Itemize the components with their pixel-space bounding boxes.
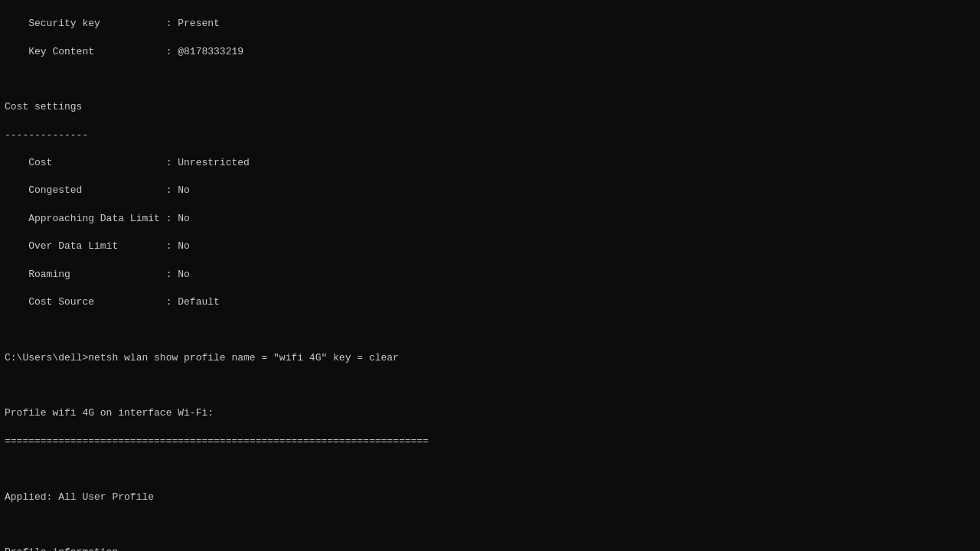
cost-source-top: Cost Source : Default (5, 296, 220, 308)
cost-sep-top: -------------- (5, 129, 88, 141)
profile-wifi-header: Profile wifi 4G on interface Wi-Fi: (5, 407, 214, 419)
over-limit-top: Over Data Limit : No (5, 240, 190, 252)
equals-divider: ========================================… (5, 435, 429, 447)
applied-line: Applied: All User Profile (5, 491, 154, 503)
approaching-top: Approaching Data Limit : No (5, 213, 190, 224)
terminal-window: Security key : Present Key Content : @81… (5, 3, 975, 551)
security-key-top: Security key : Present (5, 18, 220, 29)
congested-top: Congested : No (5, 184, 190, 196)
cost-settings-header-top: Cost settings (5, 101, 82, 112)
cost-top: Cost : Unrestricted (5, 157, 250, 168)
profile-information-header: Profile information (5, 546, 118, 551)
key-content-top: Key Content : @8178333219 (5, 46, 243, 57)
roaming-top: Roaming : No (5, 269, 190, 280)
command-netsh: C:\Users\dell>netsh wlan show profile na… (5, 352, 399, 364)
